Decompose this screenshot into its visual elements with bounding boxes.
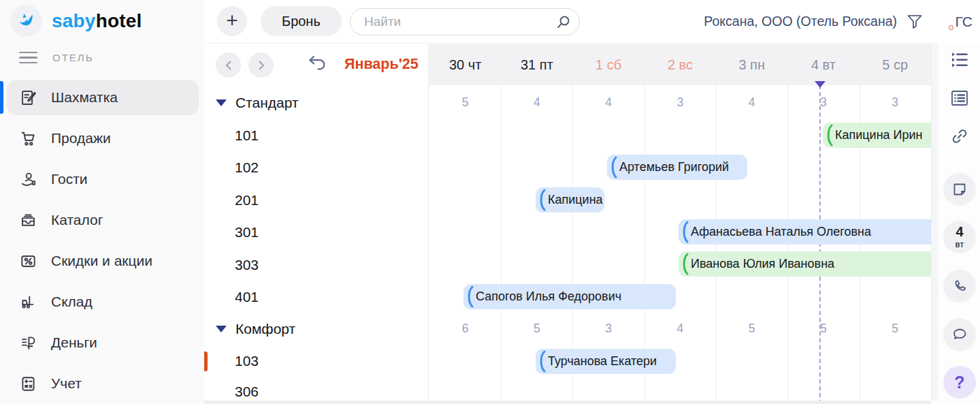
money-icon (19, 334, 37, 352)
phone-button[interactable] (943, 270, 976, 302)
sidebar-item-label: Скидки и акции (51, 253, 152, 269)
forklift-icon (19, 293, 37, 311)
today-day-number: 4 (956, 225, 963, 238)
room-row[interactable]: 102 (235, 159, 259, 176)
availability-count: 5 (429, 95, 501, 110)
availability-count: 5 (860, 322, 931, 336)
search-field (350, 8, 580, 35)
category-standard[interactable]: Стандарт (216, 94, 299, 112)
collapse-triangle-icon (216, 99, 227, 106)
sidebar-item-sales[interactable]: Продажи (0, 118, 204, 159)
user-badge[interactable]: ГС (949, 0, 973, 43)
booking-bar[interactable]: Афанасьева Наталья Олеговна (679, 219, 931, 245)
user-initials: ГС (955, 14, 973, 30)
guest-name: Капицина Ирин (835, 128, 923, 142)
collapse-triangle-icon (216, 326, 227, 332)
card-list-icon[interactable] (949, 88, 970, 108)
filter-icon[interactable] (906, 14, 923, 29)
checkin-edge-icon (465, 285, 474, 308)
grid-line (501, 85, 502, 404)
sidebar-item-accounting[interactable]: Учет (0, 363, 204, 404)
day-column-header[interactable]: 1 сб (573, 44, 644, 85)
cart-icon (19, 129, 37, 148)
day-column-header[interactable]: 3 пн (716, 44, 787, 85)
vertical-scrollbar[interactable] (931, 44, 938, 401)
search-input[interactable] (350, 9, 579, 35)
room-row[interactable]: 306 (235, 383, 259, 401)
grid-line (787, 85, 788, 404)
booking-button[interactable]: Бронь (261, 6, 342, 36)
chat-icon (951, 326, 968, 343)
day-column-header-today[interactable]: 4 вт (787, 44, 859, 85)
sidebar-item-warehouse[interactable]: Склад (0, 281, 204, 322)
checkin-edge-icon (824, 124, 834, 146)
topbar: + Бронь Роксана, ООО (Отель Роксана) ГС (204, 0, 980, 43)
account-selector[interactable]: Роксана, ООО (Отель Роксана) (704, 0, 897, 43)
search-icon[interactable] (555, 14, 572, 31)
booking-bar[interactable]: Капицина Ирин (823, 123, 931, 148)
room-row[interactable]: 201 (235, 191, 259, 209)
right-rail: 4 вт ? (939, 43, 980, 404)
availability-count: 5 (501, 322, 572, 336)
sidebar-item-catalog[interactable]: Каталог (0, 200, 204, 240)
sidebar-item-discounts[interactable]: Скидки и акции (0, 240, 204, 281)
day-column-header[interactable]: 5 ср (860, 44, 931, 85)
booking-bar[interactable]: Сапогов Илья Федорович (463, 284, 676, 309)
guest-name: Капицина (548, 193, 603, 206)
availability-count: 5 (787, 322, 859, 336)
app-window: sabyhotel ОТЕЛЬ Шахматка Продажи Гости К… (0, 0, 980, 404)
sidebar-item-label: Каталог (51, 212, 103, 228)
room-row[interactable]: 101 (235, 127, 259, 144)
help-button[interactable]: ? (943, 366, 976, 399)
link-icon[interactable] (949, 126, 970, 146)
category-comfort[interactable]: Комфорт (216, 320, 295, 338)
sidebar-menu: Шахматка Продажи Гости Каталог Скидки и … (0, 77, 204, 404)
booking-grid: 5 4 4 3 4 3 3 6 5 3 4 5 5 5 Капицина Ири… (429, 85, 931, 404)
topbar-divider (204, 43, 980, 44)
booking-bar[interactable]: Иванова Юлия Ивановна (679, 251, 931, 277)
hamburger-menu-icon[interactable] (19, 52, 37, 63)
booking-bar[interactable]: Артемьев Григорий (607, 155, 747, 180)
grid-line (716, 85, 717, 404)
checkin-edge-icon (537, 189, 546, 211)
availability-count: 3 (573, 322, 644, 336)
chat-button[interactable] (943, 318, 976, 351)
booking-bar[interactable]: Капицина (536, 187, 604, 213)
sidebar-item-label: Склад (51, 294, 93, 310)
calendar-today-button[interactable]: 4 вт (943, 221, 976, 253)
room-row[interactable]: 301 (235, 223, 259, 241)
sidebar-item-chessboard[interactable]: Шахматка (0, 77, 204, 118)
bird-logo-icon (10, 5, 42, 37)
day-column-header[interactable]: 2 вс (644, 44, 716, 85)
brand-logo[interactable]: sabyhotel (10, 5, 142, 37)
today-marker-triangle (815, 81, 826, 88)
guest-name: Артемьев Григорий (619, 160, 729, 174)
month-label[interactable]: Январь'25 (344, 56, 419, 73)
notes-button[interactable] (943, 173, 976, 206)
room-row[interactable]: 103 (235, 352, 259, 370)
percent-icon (19, 252, 37, 270)
sidebar-item-guests[interactable]: Гости (0, 159, 204, 200)
category-label: Стандарт (235, 94, 299, 112)
sidebar-item-label: Учет (51, 375, 82, 392)
room-row[interactable]: 303 (235, 256, 259, 274)
guest-icon (19, 170, 37, 189)
catalog-tray-icon (19, 211, 37, 230)
booking-bar[interactable]: Турчанова Екатери (536, 349, 676, 374)
checklist-icon[interactable] (949, 50, 970, 71)
prev-period-button[interactable] (216, 52, 241, 78)
workspace-label: ОТЕЛЬ (52, 52, 94, 63)
checkin-edge-icon (680, 221, 689, 243)
guest-name: Афанасьева Наталья Олеговна (691, 225, 871, 238)
sidebar-item-money[interactable]: Деньги (0, 322, 204, 363)
reset-to-today-icon[interactable] (307, 55, 327, 72)
add-button[interactable]: + (217, 6, 247, 36)
checkin-edge-icon (608, 156, 618, 178)
horizontal-scrollbar[interactable] (204, 401, 931, 404)
room-row[interactable]: 401 (235, 288, 259, 306)
day-column-header[interactable]: 30 чт (429, 44, 501, 85)
next-period-button[interactable] (248, 52, 274, 78)
day-column-header[interactable]: 31 пт (501, 44, 572, 85)
availability-count: 3 (860, 95, 931, 110)
room-alert-marker (204, 352, 208, 371)
